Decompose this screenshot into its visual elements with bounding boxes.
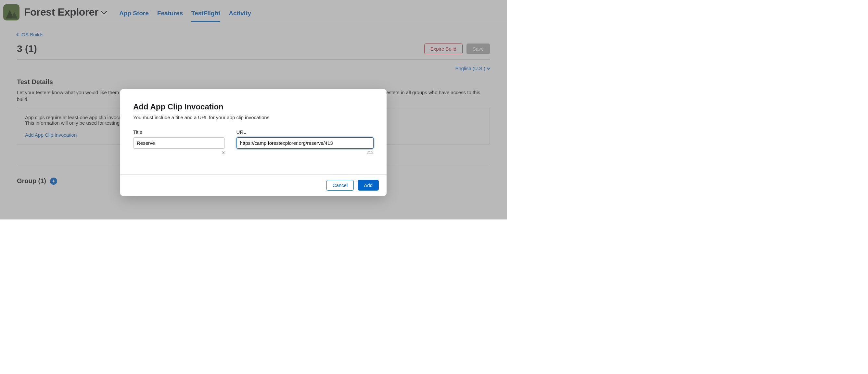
modal-title: Add App Clip Invocation: [133, 102, 374, 111]
add-app-clip-modal: Add App Clip Invocation You must include…: [120, 89, 386, 196]
title-field-group: Title 8: [133, 129, 225, 155]
modal-description: You must include a title and a URL for y…: [133, 114, 374, 120]
url-field-group: URL 212: [237, 129, 374, 155]
modal-footer: Cancel Add: [120, 174, 386, 196]
url-input[interactable]: [237, 137, 374, 149]
modal-form: Title 8 URL 212: [133, 129, 374, 155]
cancel-button[interactable]: Cancel: [327, 180, 354, 191]
modal-overlay[interactable]: Add App Clip Invocation You must include…: [0, 0, 507, 219]
title-label: Title: [133, 129, 225, 135]
title-char-counter: 8: [133, 150, 225, 155]
url-char-counter: 212: [237, 150, 374, 155]
url-label: URL: [237, 129, 374, 135]
add-button[interactable]: Add: [358, 180, 379, 191]
title-input[interactable]: [133, 137, 225, 149]
modal-body: Add App Clip Invocation You must include…: [120, 89, 386, 174]
